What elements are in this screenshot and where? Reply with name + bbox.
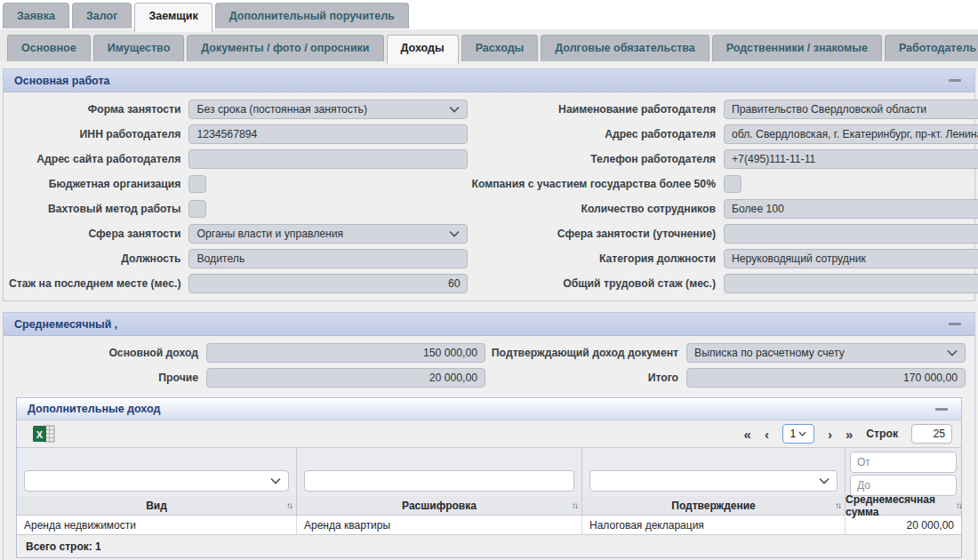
field-label: Форма занятости <box>9 103 188 116</box>
minus-icon <box>935 408 948 411</box>
rotation-work-checkbox[interactable] <box>188 200 206 218</box>
panel-title: Дополнительные доход <box>28 403 160 415</box>
field-label: Сфера занятости <box>9 228 188 240</box>
filter-cell-proof <box>582 448 846 496</box>
column-header-proof[interactable]: Подтверждение ↑↓ <box>582 496 846 516</box>
position-input[interactable]: Водитель <box>188 249 468 268</box>
chevron-down-icon <box>819 477 830 484</box>
main-tab-bar: Заявка Залог Заемщик Дополнительный пору… <box>0 0 978 29</box>
rows-per-page-input[interactable] <box>911 424 952 444</box>
field-label: Общий трудовой стаж (мес.) <box>471 277 724 290</box>
sort-icon[interactable]: ↑↓ <box>835 500 840 510</box>
total-rows-label: Всего строк: 1 <box>17 535 961 557</box>
monthly-income-section-header: Среднемесячный , <box>4 313 974 336</box>
column-header-amount[interactable]: Среднемесячная сумма ↑↓ <box>846 496 961 516</box>
sort-icon[interactable]: ↑↓ <box>286 500 292 510</box>
field-label: Основной доход <box>9 347 206 359</box>
kind-filter-select[interactable] <box>24 470 289 492</box>
other-income-input[interactable]: 20 000,00 <box>206 368 485 388</box>
minus-icon <box>949 79 961 82</box>
position-category-select[interactable]: Неруководящий сотрудник <box>724 249 978 268</box>
detail-filter-input[interactable] <box>304 470 574 492</box>
filter-cell-kind <box>17 448 297 496</box>
budget-organization-checkbox[interactable] <box>188 175 206 193</box>
tab-rabotodatel[interactable]: Работодатель <box>885 35 978 61</box>
section-title: Среднемесячный , <box>14 318 117 331</box>
sort-icon[interactable]: ↑↓ <box>572 500 577 510</box>
pagination-last-button[interactable]: » <box>846 428 853 441</box>
field-label: Прочие <box>9 372 206 384</box>
field-label: Категория должности <box>471 252 724 265</box>
field-label: Адрес сайта работодателя <box>9 153 188 165</box>
pagination: « ‹ 1 › » Строк <box>744 424 952 444</box>
column-header-detail[interactable]: Расшифровка ↑↓ <box>297 496 582 516</box>
chevron-down-icon <box>270 477 281 484</box>
field-label: Итого <box>489 372 686 384</box>
chevron-down-icon <box>947 349 958 356</box>
chevron-down-icon <box>449 106 460 113</box>
employee-count-select[interactable]: Более 100 <box>724 199 978 219</box>
employer-website-input[interactable] <box>188 149 468 169</box>
additional-income-panel: Дополнительные доход X « <box>16 397 962 558</box>
tab-zaemschik[interactable]: Заемщик <box>134 3 212 32</box>
field-label: Адрес работодателя <box>471 128 724 140</box>
field-label: Бюджетная организация <box>9 178 188 190</box>
sub-tab-bar: Основное Имущество Документы / фото / оп… <box>0 29 978 61</box>
field-label: ИНН работодателя <box>9 128 188 140</box>
table-row[interactable]: Аренда недвижимости Аренда квартиры Нало… <box>17 516 961 535</box>
last-job-tenure-input[interactable]: 60 <box>188 274 468 293</box>
employment-sphere-select[interactable]: Органы власти и управления <box>188 224 468 244</box>
excel-export-icon[interactable]: X <box>33 425 55 443</box>
proof-filter-select[interactable] <box>589 470 838 492</box>
chevron-down-icon <box>449 230 460 237</box>
total-tenure-input[interactable]: 60 <box>724 274 978 293</box>
state-participation-checkbox[interactable] <box>724 175 742 193</box>
amount-from-input[interactable] <box>850 452 957 473</box>
income-document-select[interactable]: Выписка по расчетному счету <box>686 343 966 363</box>
tab-rashody[interactable]: Расходы <box>461 35 539 61</box>
tab-dop-poruchitel[interactable]: Дополнительный поручитель <box>215 3 409 28</box>
tab-dolgovye[interactable]: Долговые обязательства <box>541 35 709 61</box>
cell-detail: Аренда квартиры <box>297 516 582 535</box>
minus-icon <box>949 323 961 325</box>
collapse-button[interactable] <box>933 403 950 415</box>
pagination-prev-button[interactable]: ‹ <box>765 428 769 441</box>
tab-rodstvenniki[interactable]: Родственники / знакомые <box>712 35 882 61</box>
collapse-button[interactable] <box>946 75 964 87</box>
employer-address-input[interactable]: обл. Свердловская, г. Екатеринбург, пр-к… <box>724 124 978 144</box>
employer-inn-input[interactable]: 1234567894 <box>188 124 468 144</box>
tab-zalog[interactable]: Залог <box>72 3 132 28</box>
page-select[interactable]: 1 <box>782 424 814 444</box>
tab-imuschestvo[interactable]: Имущество <box>93 35 185 61</box>
tab-dohody[interactable]: Доходы <box>387 35 459 64</box>
rows-per-page-label: Строк <box>866 428 898 440</box>
collapse-button[interactable] <box>946 318 964 331</box>
main-income-input[interactable]: 150 000,00 <box>206 343 485 363</box>
field-label: Компания с участием государства более 50… <box>471 178 724 190</box>
sort-icon[interactable]: ↑↓ <box>956 500 961 510</box>
cell-kind: Аренда недвижимости <box>17 516 297 535</box>
svg-text:X: X <box>36 429 44 440</box>
grid-toolbar: X « ‹ 1 › » Строк <box>17 420 961 447</box>
field-label: Сфера занятости (уточнение) <box>471 228 724 240</box>
field-label: Вахтовый метод работы <box>9 203 188 215</box>
employment-sphere-detail-input[interactable] <box>724 224 978 244</box>
additional-income-grid: Вид ↑↓ Расшифровка ↑↓ Подтверждение ↑↓ С… <box>17 447 961 557</box>
employment-type-select[interactable]: Без срока (постоянная занятость) <box>188 100 468 119</box>
chevron-down-icon <box>798 431 806 436</box>
column-header-kind[interactable]: Вид ↑↓ <box>17 496 297 516</box>
filter-cell-detail <box>297 448 582 496</box>
pagination-next-button[interactable]: › <box>828 428 832 441</box>
employer-phone-input[interactable]: +7(495)111-11-11 <box>724 149 978 169</box>
section-title: Основная работа <box>14 75 110 87</box>
tab-zayavka[interactable]: Заявка <box>3 3 69 28</box>
pagination-first-button[interactable]: « <box>744 428 751 441</box>
tab-dokumenty[interactable]: Документы / фото / опросники <box>187 35 383 61</box>
cell-amount: 20 000,00 <box>846 516 961 535</box>
additional-income-header: Дополнительные доход <box>17 398 961 420</box>
tab-osnovnoe[interactable]: Основное <box>7 35 91 61</box>
field-label: Стаж на последнем месте (мес.) <box>9 277 188 290</box>
employer-name-input[interactable]: Правительство Свердловской области <box>724 100 978 119</box>
cell-proof: Налоговая декларация <box>582 516 846 535</box>
total-income-input[interactable]: 170 000,00 <box>686 368 966 388</box>
